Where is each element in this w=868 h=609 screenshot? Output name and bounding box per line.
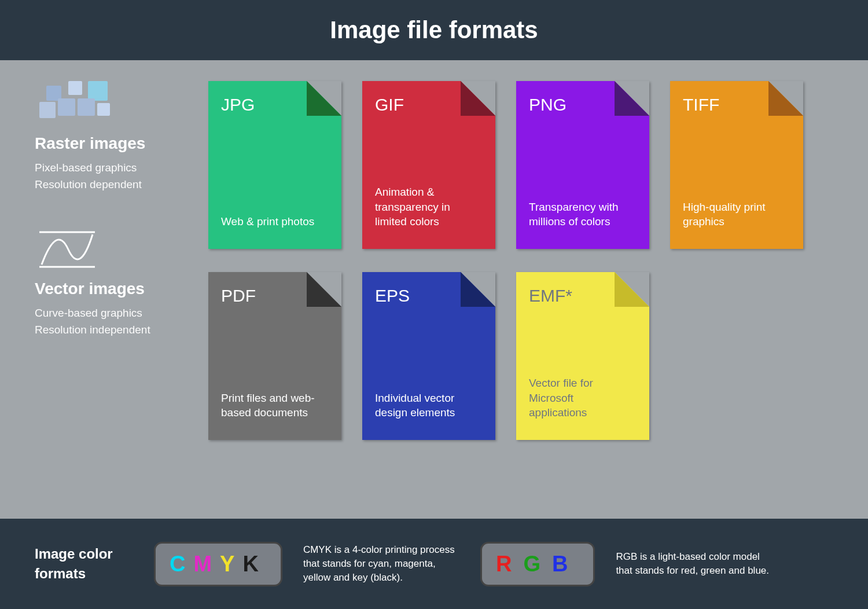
raster-section: Raster images Pixel-based graphics Resol… [35,81,185,193]
format-card-png: PNGTransparency with millions of colors [516,81,649,249]
color-letter: R [496,552,523,577]
format-desc: Transparency with millions of colors [529,200,633,235]
format-desc: Web & print photos [221,214,325,235]
color-letter: M [193,552,220,577]
page-fold-icon [461,272,495,307]
format-desc: Print files and web-based documents [221,391,325,426]
rgb-badge: RGB [480,542,595,586]
vector-desc-2: Resolution independent [35,322,185,339]
vector-section: Vector images Curve-based graphics Resol… [35,226,185,338]
format-desc: High-quality print graphics [683,200,787,235]
footer: Image color formats CMYK CMYK is a 4-col… [0,519,868,609]
cmyk-badge: CMYK [154,542,282,586]
raster-cards-row: JPGWeb & print photosGIFAnimation & tran… [208,81,833,249]
color-letter: B [552,552,579,577]
format-card-pdf: PDFPrint files and web-based documents [208,272,341,440]
page-fold-icon [307,81,341,116]
color-letter: C [170,552,193,577]
format-card-jpg: JPGWeb & print photos [208,81,341,249]
raster-desc-1: Pixel-based graphics [35,160,185,177]
format-desc: Vector file for Microsoft applications [529,376,633,426]
vector-curve-icon [35,226,185,273]
main-content: Raster images Pixel-based graphics Resol… [0,60,868,452]
color-letter: K [242,552,266,577]
vector-title: Vector images [35,280,185,298]
page-fold-icon [768,81,803,116]
format-desc: Animation & transparency in limited colo… [375,185,479,235]
color-letter: Y [220,552,242,577]
cmyk-desc: CMYK is a 4-color printing process that … [303,543,459,584]
page-fold-icon [461,81,495,116]
vector-desc-1: Curve-based graphics [35,305,185,322]
format-card-emf: EMF*Vector file for Microsoft applicatio… [516,272,649,440]
vector-cards-row: PDFPrint files and web-based documentsEP… [208,272,833,440]
format-desc: Individual vector design elements [375,391,479,426]
raster-desc-2: Resolution dependent [35,177,185,193]
color-letter: G [523,552,552,577]
raster-pixels-icon [35,81,185,127]
page-fold-icon [307,272,341,307]
raster-title: Raster images [35,134,185,153]
format-card-eps: EPSIndividual vector design elements [362,272,495,440]
rgb-desc: RGB is a light-based color model that st… [616,550,772,578]
format-card-gif: GIFAnimation & transparency in limited c… [362,81,495,249]
format-card-tiff: TIFFHigh-quality print graphics [670,81,803,249]
footer-title: Image color formats [35,544,133,583]
page-fold-icon [615,272,649,307]
page-title: Image file formats [0,0,868,60]
page-fold-icon [615,81,649,116]
